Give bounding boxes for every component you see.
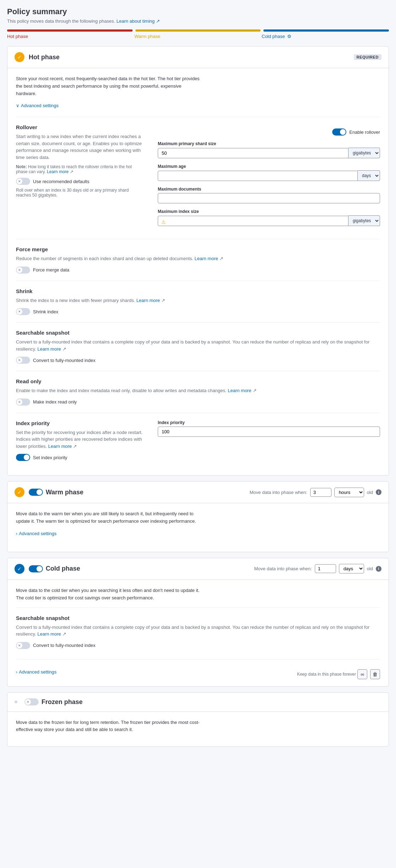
hot-snapshot-toggle-row: ✕ Convert to fully-mounted index [16,357,380,364]
max-index-size-label: Maximum index size [158,209,380,214]
read-only-toggle[interactable]: ✕ [16,399,30,406]
phase-bars [7,29,389,32]
keep-forever-button[interactable]: ∞ [357,669,367,679]
cold-move-when-unit-select[interactable]: days hours [339,564,364,573]
max-age-input[interactable] [158,171,358,181]
force-merge-section: Force merge Reduce the number of segment… [16,239,380,281]
cold-snapshot-label: Convert to fully-mounted index [33,643,95,648]
frozen-phase-card: ✕ Frozen phase Move data to the frozen t… [7,692,389,747]
frozen-phase-header: ✕ Frozen phase [7,693,389,712]
page-title: Policy summary [7,7,389,16]
hot-phase-icon: ✓ [15,52,24,62]
shrink-learn-more[interactable]: Learn more [136,298,160,303]
force-merge-toggle-row: ✕ Force merge data [16,267,380,274]
shrink-toggle[interactable]: ✕ [16,308,30,315]
use-recommended-toggle[interactable]: ✕ [16,178,30,185]
index-priority-toggle[interactable] [16,454,30,461]
rollover-learn-more-link[interactable]: Learn more [47,169,68,174]
warm-move-when-label: Move data into phase when: [250,490,307,495]
enable-rollover-toggle[interactable] [332,128,346,136]
max-primary-shard-label: Maximum primary shard size [158,141,380,146]
max-index-size-input[interactable] [158,216,348,226]
cold-snapshot-learn-more[interactable]: Learn more [37,631,61,637]
force-merge-label: Force merge data [33,267,69,273]
warm-move-when-input[interactable] [310,488,331,497]
warm-move-when-suffix: old [367,490,373,495]
cold-snapshot-toggle[interactable]: ✕ [16,642,30,649]
index-priority-input[interactable] [158,427,380,437]
index-priority-left: Index priority Set the priority for reco… [16,420,144,461]
read-only-title: Read only [16,378,380,384]
force-merge-desc: Reduce the number of segments in each in… [16,255,380,262]
read-only-learn-more[interactable]: Learn more [228,388,251,393]
keep-forever-label: Keep data in this phase forever [297,672,356,677]
index-priority-right: Index priority [158,420,380,461]
rollover-right: Enable rollover Maximum primary shard si… [158,124,380,232]
warm-phase-toggle-group: Warm phase [29,489,83,496]
cold-move-when-label: Move data into phase when: [254,566,312,571]
force-merge-learn-more[interactable]: Learn more [195,256,218,261]
cold-info-icon[interactable]: i [376,566,381,572]
hot-phase-body: Store your most recent, most frequently-… [7,68,389,475]
warm-phase-card: ✓ Warm phase Move data into phase when: … [7,481,389,552]
max-primary-shard-unit-select[interactable]: gigabytes [348,148,380,158]
shrink-title: Shrink [16,288,380,294]
frozen-phase-dot [15,701,17,703]
warm-phase-label: Warm phase [134,34,262,39]
frozen-phase-enable-toggle[interactable]: ✕ [24,698,39,705]
cold-phase-bar [263,29,389,32]
use-recommended-row: ✕ Use recommended defaults [16,178,144,185]
index-priority-field: Index priority [158,420,380,437]
warm-phase-header: ✓ Warm phase Move data into phase when: … [7,482,389,503]
max-primary-shard-field: Maximum primary shard size gigabytes [158,141,380,158]
max-age-unit-select[interactable]: days [358,170,380,181]
hot-snapshot-toggle[interactable]: ✕ [16,357,30,364]
max-docs-label: Maximum documents [158,187,380,192]
cold-move-when-suffix: old [367,566,373,571]
force-merge-toggle[interactable]: ✕ [16,267,30,274]
cold-advanced-settings-toggle[interactable]: › Advanced settings [16,669,57,675]
shrink-label: Shrink index [33,309,58,314]
index-priority-label: Index priority [158,420,380,425]
warm-info-icon[interactable]: i [376,489,381,495]
warm-advanced-settings-toggle[interactable]: › Advanced settings [16,531,380,536]
cold-phase-enable-toggle[interactable] [29,565,43,572]
cold-phase-icon: ✓ [15,564,24,574]
index-priority-toggle-label: Set index priority [33,455,67,460]
warm-phase-move-when: Move data into phase when: hours days mi… [250,488,381,497]
warm-phase-enable-toggle[interactable] [29,489,43,496]
hot-phase-bar [7,29,133,32]
cold-phase-header: ✓ Cold phase Move data into phase when: … [7,558,389,580]
hot-phase-header: ✓ Hot phase Required [7,46,389,68]
max-index-size-unit-select[interactable]: gigabytes [348,215,380,226]
warm-phase-bar [135,29,261,32]
hot-phase-card: ✓ Hot phase Required Store your most rec… [7,46,389,476]
read-only-section: Read only Enable to make the index and i… [16,371,380,413]
warm-phase-description: Move data to the warm tier when you are … [16,510,200,525]
warm-move-when-unit-select[interactable]: hours days minutes [334,488,364,497]
cold-phase-toggle-group: Cold phase [29,565,80,572]
max-primary-shard-input[interactable] [158,148,348,158]
frozen-phase-toggle-group: ✕ Frozen phase [24,698,83,706]
use-recommended-label: Use recommended defaults [33,179,89,184]
hot-phase-label: Hot phase [7,34,134,39]
shrink-section: Shrink Shrink the index to a new index w… [16,281,380,323]
force-merge-title: Force merge [16,246,380,252]
shrink-toggle-row: ✕ Shrink index [16,308,380,315]
hot-snapshot-learn-more[interactable]: Learn more [37,346,61,352]
index-priority-desc: Set the priority for recovering your ind… [16,429,144,450]
max-docs-input[interactable] [158,193,380,203]
hot-searchable-snapshot-title: Searchable snapshot [16,330,380,336]
cold-move-when-input[interactable] [315,564,336,573]
cold-phase-settings-icon[interactable]: ⚙ [287,34,291,39]
cold-phase-card: ✓ Cold phase Move data into phase when: … [7,558,389,687]
learn-timing-link[interactable]: Learn about timing ↗ [117,18,160,24]
delete-phase-button[interactable]: 🗑 [370,669,380,679]
index-priority-learn-more[interactable]: Learn more [48,444,72,449]
cold-searchable-snapshot-section: Searchable snapshot Convert to a fully-m… [16,608,380,656]
shrink-desc: Shrink the index to a new index with few… [16,297,380,304]
read-only-desc: Enable to make the index and index metad… [16,387,380,394]
cold-searchable-snapshot-title: Searchable snapshot [16,615,380,621]
hot-advanced-settings-toggle[interactable]: ∨ Advanced settings [16,103,380,108]
frozen-phase-title: Frozen phase [41,698,83,706]
